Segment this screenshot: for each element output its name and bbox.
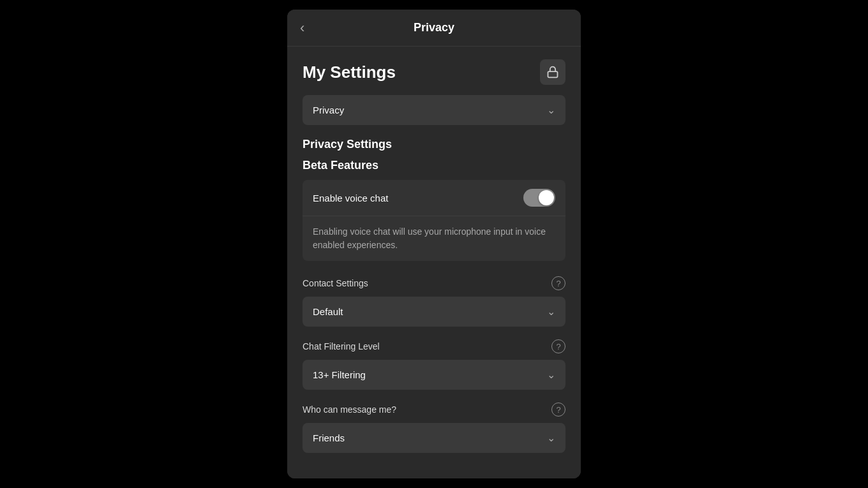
chat-filtering-section: Chat Filtering Level ? 13+ Filtering ⌄	[303, 339, 565, 390]
category-dropdown-arrow-icon: ⌄	[547, 104, 555, 116]
lock-icon	[546, 66, 559, 78]
toggle-knob	[539, 190, 554, 205]
contact-settings-dropdown-arrow-icon: ⌄	[547, 306, 555, 318]
contact-settings-help-icon[interactable]: ?	[551, 276, 565, 290]
chat-filtering-dropdown-arrow-icon: ⌄	[547, 369, 555, 381]
beta-features-heading: Beta Features	[303, 159, 565, 172]
chat-filtering-help-icon[interactable]: ?	[551, 339, 565, 353]
contact-settings-section: Contact Settings ? Default ⌄	[303, 276, 565, 327]
chat-filtering-heading: Chat Filtering Level	[303, 341, 380, 351]
voice-chat-label: Enable voice chat	[313, 193, 388, 203]
message-settings-dropdown-arrow-icon: ⌄	[547, 432, 555, 444]
header: ‹ Privacy	[287, 10, 581, 47]
lock-button[interactable]	[540, 59, 565, 85]
privacy-settings-heading: Privacy Settings	[303, 138, 565, 151]
chat-filtering-header-row: Chat Filtering Level ?	[303, 339, 565, 353]
message-settings-dropdown-label: Friends	[313, 433, 345, 443]
message-settings-help-icon[interactable]: ?	[551, 403, 565, 417]
content: My Settings Privacy ⌄ Privacy Settings B…	[287, 47, 581, 478]
message-settings-heading: Who can message me?	[303, 404, 396, 415]
message-settings-header-row: Who can message me? ?	[303, 403, 565, 417]
contact-settings-dropdown[interactable]: Default ⌄	[303, 297, 565, 327]
contact-settings-dropdown-label: Default	[313, 306, 343, 317]
voice-chat-toggle[interactable]	[523, 189, 555, 207]
back-button[interactable]: ‹	[300, 21, 304, 35]
chat-filtering-dropdown-label: 13+ Filtering	[313, 369, 366, 380]
chat-filtering-dropdown[interactable]: 13+ Filtering ⌄	[303, 360, 565, 390]
voice-chat-description: Enabling voice chat will use your microp…	[303, 216, 565, 261]
my-settings-title: My Settings	[303, 63, 396, 82]
message-settings-section: Who can message me? ? Friends ⌄	[303, 403, 565, 453]
header-title: Privacy	[414, 21, 454, 34]
contact-settings-heading: Contact Settings	[303, 278, 368, 288]
voice-chat-toggle-row: Enable voice chat	[303, 180, 565, 216]
beta-features-card: Enable voice chat Enabling voice chat wi…	[303, 180, 565, 261]
my-settings-row: My Settings	[303, 59, 565, 85]
svg-rect-0	[548, 71, 558, 77]
category-dropdown-label: Privacy	[313, 105, 344, 115]
message-settings-dropdown[interactable]: Friends ⌄	[303, 423, 565, 453]
category-dropdown[interactable]: Privacy ⌄	[303, 95, 565, 125]
phone-container: ‹ Privacy My Settings Privacy ⌄ Privacy …	[287, 10, 581, 478]
contact-settings-header-row: Contact Settings ?	[303, 276, 565, 290]
